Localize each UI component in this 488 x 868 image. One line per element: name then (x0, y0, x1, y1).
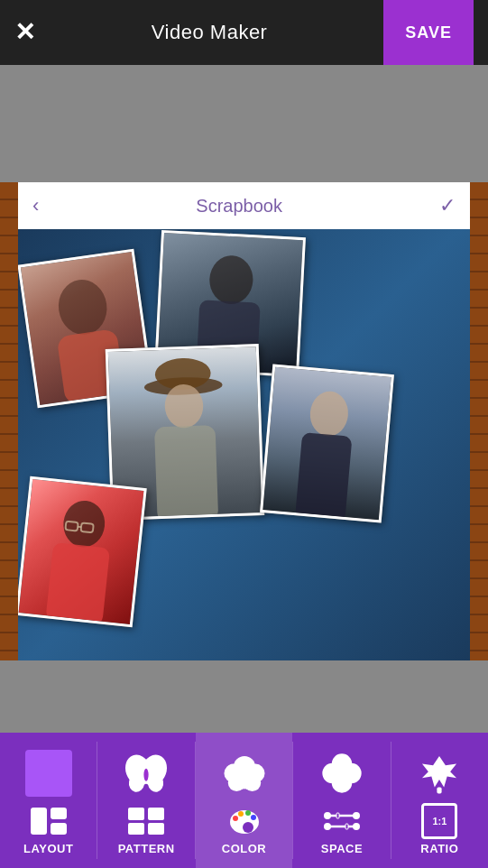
svg-rect-14 (45, 542, 110, 624)
save-button[interactable]: SAVE (383, 0, 474, 65)
svg-point-48 (324, 823, 331, 830)
layout-grid-icon (29, 806, 69, 836)
space-top-icon (315, 746, 369, 800)
svg-point-0 (55, 276, 110, 337)
brick-border-left (0, 182, 18, 660)
svg-rect-17 (51, 823, 67, 835)
tool-color[interactable]: COLOR (196, 733, 292, 868)
tool-space[interactable]: SPACE (293, 733, 390, 868)
svg-point-8 (308, 390, 350, 438)
gray-spacer (0, 65, 488, 182)
close-button[interactable]: ✕ (14, 20, 35, 45)
svg-point-2 (208, 254, 254, 305)
layout-top-icon (22, 746, 76, 800)
ratio-top-icon (412, 746, 466, 800)
tool-layout[interactable]: LAYOUT (0, 733, 97, 868)
svg-point-22 (144, 768, 149, 780)
color-top-icon (217, 746, 272, 800)
back-arrow-icon[interactable]: ‹ (32, 194, 39, 217)
svg-rect-23 (128, 808, 144, 820)
svg-point-46 (353, 812, 360, 819)
tool-pattern[interactable]: PATTERN (97, 733, 194, 868)
ratio-label: RATIO (420, 842, 458, 855)
pattern-label: PATTERN (118, 842, 175, 855)
space-label: SPACE (321, 842, 363, 855)
app-title: Video Maker (152, 21, 268, 44)
brick-border-right (470, 182, 488, 660)
svg-rect-25 (128, 823, 144, 835)
pattern-grid-icon (126, 806, 166, 836)
svg-rect-52 (437, 787, 442, 793)
svg-point-45 (324, 812, 331, 819)
color-palette-icon (226, 806, 262, 836)
color-label: COLOR (222, 842, 266, 855)
layout-square-icon (25, 750, 72, 797)
svg-rect-24 (148, 808, 164, 820)
tool-ratio[interactable]: 1:1 RATIO (391, 733, 488, 868)
ratio-text-icon: 1:1 (421, 803, 457, 839)
svg-point-35 (233, 816, 238, 821)
svg-point-34 (243, 822, 253, 833)
ratio-box-icon: 1:1 (421, 806, 457, 836)
pattern-top-icon (119, 746, 173, 800)
check-icon[interactable]: ✓ (439, 194, 456, 217)
svg-rect-26 (148, 823, 164, 835)
bottom-toolbar: LAYOUT PATTERN (0, 733, 488, 868)
svg-rect-9 (295, 432, 353, 520)
svg-point-49 (353, 823, 360, 830)
svg-rect-15 (31, 808, 47, 835)
svg-point-38 (251, 815, 256, 820)
scrapbook-nav: ‹ Scrapbook ✓ (18, 182, 470, 229)
photo-5[interactable] (18, 476, 147, 628)
svg-rect-32 (233, 767, 254, 789)
photo-collage (18, 229, 470, 660)
svg-rect-50 (336, 813, 339, 818)
svg-rect-7 (154, 425, 218, 518)
space-adjust-icon (324, 806, 360, 836)
svg-point-43 (336, 767, 348, 780)
layout-label: LAYOUT (23, 842, 73, 855)
scrapbook-title: Scrapbook (196, 196, 282, 217)
canvas-area: ‹ Scrapbook ✓ (0, 182, 488, 660)
svg-point-37 (245, 810, 251, 816)
svg-rect-51 (345, 824, 348, 829)
photo-4[interactable] (260, 364, 394, 522)
app-header: ✕ Video Maker SAVE (0, 0, 488, 65)
inner-panel: ‹ Scrapbook ✓ (18, 182, 470, 660)
svg-point-36 (238, 811, 244, 817)
svg-rect-16 (51, 808, 67, 819)
